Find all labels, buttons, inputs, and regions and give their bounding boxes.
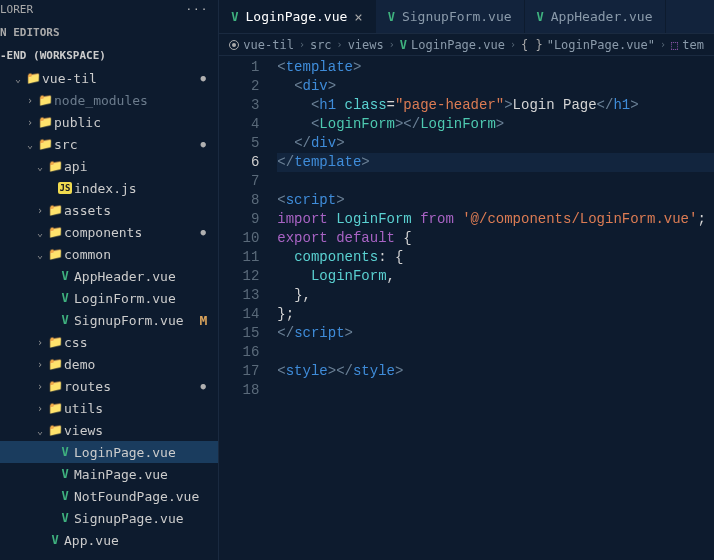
- code-editor[interactable]: 123456789101112131415161718 <template> <…: [219, 56, 714, 560]
- folder-api[interactable]: ⌄📁 api: [0, 155, 218, 177]
- open-editors-section[interactable]: N EDITORS: [0, 21, 218, 44]
- workspace-section[interactable]: -END (WORKSPACE): [0, 44, 218, 67]
- tab-signupform[interactable]: V SignupForm.vue: [376, 0, 525, 33]
- file-tree: ⌄📁 vue-til ● ›📁 node_modules ›📁 public ⌄…: [0, 67, 218, 560]
- editor-tabs: V LoginPage.vue × V SignupForm.vue V App…: [219, 0, 714, 34]
- file-loginform-vue[interactable]: V LoginForm.vue: [0, 287, 218, 309]
- vue-icon: V: [400, 38, 407, 52]
- file-notfoundpage-vue[interactable]: V NotFoundPage.vue: [0, 485, 218, 507]
- folder-node-modules[interactable]: ›📁 node_modules: [0, 89, 218, 111]
- folder-common[interactable]: ⌄📁 common: [0, 243, 218, 265]
- file-index-js[interactable]: JS index.js: [0, 177, 218, 199]
- tab-appheader[interactable]: V AppHeader.vue: [525, 0, 666, 33]
- folder-routes[interactable]: ›📁 routes ●: [0, 375, 218, 397]
- more-icon[interactable]: ···: [185, 3, 208, 16]
- folder-demo[interactable]: ›📁 demo: [0, 353, 218, 375]
- braces-icon: { }: [521, 38, 543, 52]
- symbol-icon: ⬚: [671, 38, 678, 52]
- tab-loginpage[interactable]: V LoginPage.vue ×: [219, 0, 375, 33]
- tab-label: AppHeader.vue: [551, 9, 653, 24]
- folder-public[interactable]: ›📁 public: [0, 111, 218, 133]
- explorer-title: LORER: [0, 3, 33, 16]
- file-appheader-vue[interactable]: V AppHeader.vue: [0, 265, 218, 287]
- folder-src[interactable]: ⌄📁 src ●: [0, 133, 218, 155]
- editor-pane: V LoginPage.vue × V SignupForm.vue V App…: [219, 0, 714, 560]
- target-icon: [229, 40, 239, 50]
- folder-assets[interactable]: ›📁 assets: [0, 199, 218, 221]
- folder-vue-til[interactable]: ⌄📁 vue-til ●: [0, 67, 218, 89]
- vue-icon: V: [231, 10, 238, 24]
- breadcrumb[interactable]: vue-til › src › views › VLoginPage.vue ›…: [219, 34, 714, 56]
- tab-label: SignupForm.vue: [402, 9, 512, 24]
- close-icon[interactable]: ×: [354, 9, 362, 25]
- file-app-vue[interactable]: V App.vue: [0, 529, 218, 551]
- line-number-gutter: 123456789101112131415161718: [219, 58, 277, 560]
- vue-icon: V: [537, 10, 544, 24]
- file-signuppage-vue[interactable]: V SignupPage.vue: [0, 507, 218, 529]
- explorer-sidebar: LORER ··· N EDITORS -END (WORKSPACE) ⌄📁 …: [0, 0, 219, 560]
- file-loginpage-vue[interactable]: V LoginPage.vue: [0, 441, 218, 463]
- vue-icon: V: [388, 10, 395, 24]
- folder-css[interactable]: ›📁 css: [0, 331, 218, 353]
- folder-views[interactable]: ⌄📁 views: [0, 419, 218, 441]
- file-signupform-vue[interactable]: V SignupForm.vue M: [0, 309, 218, 331]
- folder-utils[interactable]: ›📁 utils: [0, 397, 218, 419]
- tab-label: LoginPage.vue: [246, 9, 348, 24]
- file-mainpage-vue[interactable]: V MainPage.vue: [0, 463, 218, 485]
- folder-components[interactable]: ⌄📁 components ●: [0, 221, 218, 243]
- code-content[interactable]: <template> <div> <h1 class="page-header"…: [277, 58, 714, 560]
